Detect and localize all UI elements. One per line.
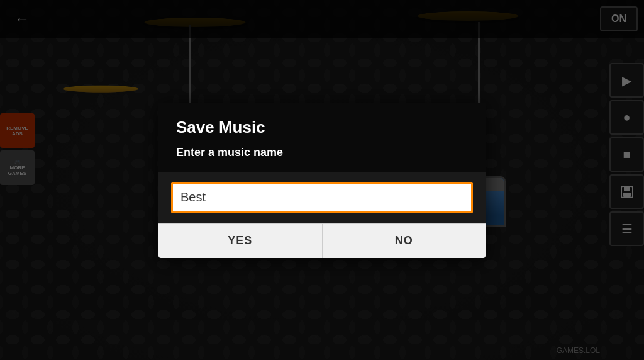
- dialog-header: Save Music Enter a music name: [158, 103, 486, 172]
- modal-overlay: Save Music Enter a music name YES NO: [0, 0, 644, 360]
- dialog-title: Save Music: [176, 118, 468, 137]
- dialog-input-area: [158, 172, 486, 223]
- dialog-subtitle: Enter a music name: [176, 146, 468, 159]
- save-dialog: Save Music Enter a music name YES NO: [158, 103, 486, 258]
- yes-button[interactable]: YES: [158, 223, 323, 258]
- dialog-buttons: YES NO: [158, 223, 486, 258]
- music-name-input[interactable]: [171, 182, 473, 213]
- no-button[interactable]: NO: [323, 223, 486, 258]
